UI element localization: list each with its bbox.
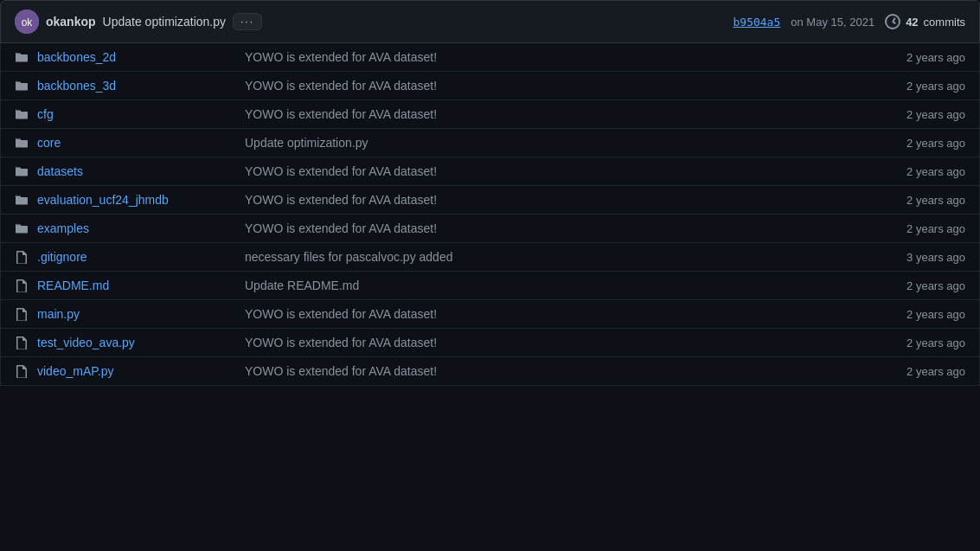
file-time-ago: 2 years ago xyxy=(862,51,965,64)
repo-browser: ok okankop Update optimization.py ··· b9… xyxy=(0,0,980,386)
file-name[interactable]: README.md xyxy=(37,279,245,292)
table-row: README.md Update README.md 2 years ago xyxy=(0,272,980,300)
commit-header-right: b9504a5 on May 15, 2021 42 commits xyxy=(733,14,965,29)
file-commit-message: Update README.md xyxy=(245,279,862,292)
commits-info: 42 commits xyxy=(885,14,965,29)
svg-text:ok: ok xyxy=(22,16,34,29)
table-row: backbones_3d YOWO is extended for AVA da… xyxy=(0,72,980,100)
file-name[interactable]: backbones_2d xyxy=(37,50,245,64)
file-name[interactable]: main.py xyxy=(37,307,245,321)
file-commit-message: Update optimization.py xyxy=(245,136,862,150)
file-name[interactable]: backbones_3d xyxy=(37,79,245,93)
file-commit-message: YOWO is extended for AVA dataset! xyxy=(245,50,862,64)
file-name[interactable]: cfg xyxy=(37,107,245,121)
folder-icon xyxy=(15,79,29,93)
folder-icon xyxy=(15,107,29,121)
table-row: test_video_ava.py YOWO is extended for A… xyxy=(0,329,980,357)
table-row: evaluation_ucf24_jhmdb YOWO is extended … xyxy=(0,186,980,215)
table-row: examples YOWO is extended for AVA datase… xyxy=(0,215,980,243)
file-name[interactable]: test_video_ava.py xyxy=(37,336,245,349)
folder-icon xyxy=(15,193,29,207)
folder-icon xyxy=(15,50,29,64)
table-row: datasets YOWO is extended for AVA datase… xyxy=(0,157,980,186)
file-time-ago: 2 years ago xyxy=(862,108,965,121)
commit-author[interactable]: okankop xyxy=(46,15,96,29)
file-time-ago: 2 years ago xyxy=(862,222,965,235)
commit-header: ok okankop Update optimization.py ··· b9… xyxy=(0,0,980,43)
commit-hash-link[interactable]: b9504a5 xyxy=(733,16,780,29)
commits-label: commits xyxy=(924,16,965,29)
dots-button[interactable]: ··· xyxy=(233,13,262,30)
table-row: .gitignore necessary files for pascalvoc… xyxy=(0,243,980,272)
file-commit-message: YOWO is extended for AVA dataset! xyxy=(245,336,862,349)
file-commit-message: YOWO is extended for AVA dataset! xyxy=(245,307,862,321)
folder-icon xyxy=(15,136,29,150)
commits-count: 42 xyxy=(906,16,918,29)
avatar: ok xyxy=(15,10,39,34)
file-icon xyxy=(15,250,29,264)
file-list: backbones_2d YOWO is extended for AVA da… xyxy=(0,43,980,386)
file-time-ago: 2 years ago xyxy=(862,80,965,93)
file-icon xyxy=(15,279,29,292)
file-time-ago: 2 years ago xyxy=(862,336,965,349)
file-commit-message: YOWO is extended for AVA dataset! xyxy=(245,79,862,93)
file-name[interactable]: evaluation_ucf24_jhmdb xyxy=(37,193,245,207)
file-time-ago: 2 years ago xyxy=(862,279,965,292)
file-commit-message: YOWO is extended for AVA dataset! xyxy=(245,107,862,121)
table-row: cfg YOWO is extended for AVA dataset! 2 … xyxy=(0,100,980,129)
file-commit-message: necessary files for pascalvoc.py added xyxy=(245,250,862,264)
file-commit-message: YOWO is extended for AVA dataset! xyxy=(245,164,862,178)
commit-message-text: Update optimization.py xyxy=(103,15,226,29)
file-name[interactable]: video_mAP.py xyxy=(37,364,245,378)
file-name[interactable]: .gitignore xyxy=(37,250,245,264)
file-time-ago: 2 years ago xyxy=(862,137,965,150)
table-row: video_mAP.py YOWO is extended for AVA da… xyxy=(0,357,980,386)
table-row: main.py YOWO is extended for AVA dataset… xyxy=(0,300,980,329)
file-icon xyxy=(15,307,29,321)
commit-header-left: ok okankop Update optimization.py ··· xyxy=(15,10,262,34)
file-time-ago: 2 years ago xyxy=(862,165,965,178)
file-time-ago: 2 years ago xyxy=(862,194,965,207)
file-name[interactable]: datasets xyxy=(37,164,245,178)
file-time-ago: 2 years ago xyxy=(862,308,965,321)
file-icon xyxy=(15,364,29,378)
file-time-ago: 3 years ago xyxy=(862,251,965,264)
file-time-ago: 2 years ago xyxy=(862,365,965,378)
clock-icon xyxy=(885,14,900,29)
folder-icon xyxy=(15,221,29,235)
commit-date: on May 15, 2021 xyxy=(791,16,874,29)
folder-icon xyxy=(15,164,29,178)
file-commit-message: YOWO is extended for AVA dataset! xyxy=(245,193,862,207)
table-row: backbones_2d YOWO is extended for AVA da… xyxy=(0,43,980,72)
file-icon xyxy=(15,336,29,349)
file-commit-message: YOWO is extended for AVA dataset! xyxy=(245,364,862,378)
file-commit-message: YOWO is extended for AVA dataset! xyxy=(245,221,862,235)
file-name[interactable]: examples xyxy=(37,221,245,235)
file-name[interactable]: core xyxy=(37,136,245,150)
table-row: core Update optimization.py 2 years ago xyxy=(0,129,980,157)
